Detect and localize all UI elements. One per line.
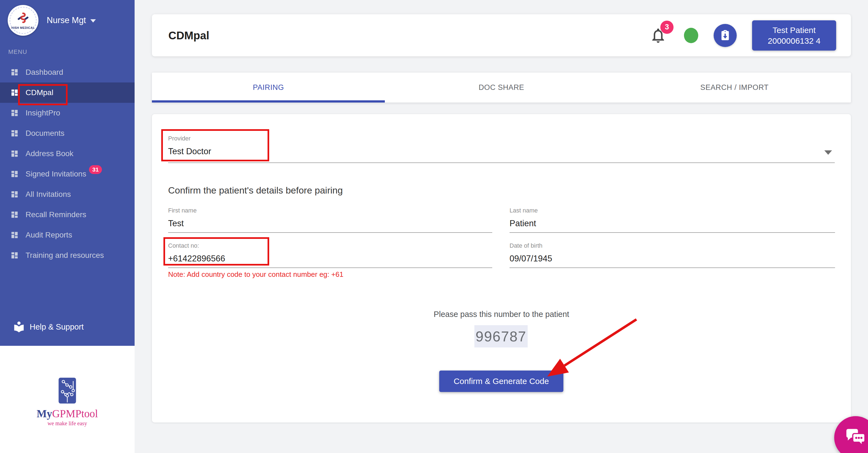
logo-ring — [10, 7, 36, 34]
sidebar-item-label: Dashboard — [26, 68, 63, 77]
last-name-field[interactable]: Last name Patient — [509, 207, 835, 233]
sidebar-item-documents[interactable]: Documents — [0, 123, 134, 143]
patient-button[interactable]: Test Patient 2000006132 4 — [752, 20, 836, 51]
sidebar-item-address-book[interactable]: Address Book — [0, 143, 134, 164]
last-name-value: Patient — [509, 219, 835, 228]
annotation-box-provider — [161, 129, 269, 161]
sidebar-item-all-invitations[interactable]: All Invitations — [0, 184, 134, 204]
sidebar-item-label: InsightPro — [26, 109, 60, 117]
notifications-badge: 3 — [660, 21, 674, 34]
sidebar-item-label: All Invitations — [26, 190, 71, 199]
header-actions: 3 Test Patient 2000006132 4 — [649, 14, 836, 56]
sidebar-item-audit-reports[interactable]: Audit Reports — [0, 225, 134, 245]
sidebar-item-label: Documents — [26, 129, 65, 138]
mygpmptool-tagline: we make life easy — [48, 420, 87, 427]
notifications-button[interactable]: 3 — [649, 27, 667, 44]
provider-underline — [168, 163, 835, 163]
tab-pairing[interactable]: PAIRING — [152, 73, 385, 103]
dashboard-icon — [10, 129, 19, 137]
dob-field[interactable]: Date of birth 09/07/1945 — [509, 242, 835, 268]
practice-switcher[interactable]: Nurse Mgt — [47, 16, 96, 25]
sidebar-item-training-and-resources[interactable]: Training and resources — [0, 245, 134, 265]
clipboard-download-icon — [719, 29, 732, 42]
chevron-down-icon — [90, 19, 96, 23]
annotation-box-contact — [163, 237, 269, 265]
confirm-generate-button[interactable]: Confirm & Generate Code — [439, 371, 563, 392]
first-name-value: Test — [168, 219, 492, 228]
dashboard-icon — [10, 109, 19, 117]
sidebar: NISH MEDICAL Nurse Mgt MENU Dashboard CD… — [0, 0, 134, 346]
mygpmptool-wordmark: MyGPMPtool — [36, 407, 98, 420]
last-name-label: Last name — [509, 207, 835, 214]
dashboard-icon — [10, 251, 19, 259]
chat-bubbles-icon — [845, 427, 867, 449]
last-name-underline — [509, 232, 835, 233]
practice-name: Nurse Mgt — [47, 16, 86, 25]
sidebar-item-label: Audit Reports — [26, 231, 72, 239]
code-caption: Please pass this number to the patient — [152, 310, 851, 319]
book-reader-icon — [12, 320, 25, 333]
sidebar-item-recall-reminders[interactable]: Recall Reminders — [0, 204, 134, 225]
dob-underline — [509, 267, 835, 268]
sidebar-item-dashboard[interactable]: Dashboard — [0, 62, 134, 82]
mygpmptool-logo — [59, 378, 76, 403]
dashboard-icon — [10, 88, 19, 97]
annotation-box-cdmpal — [18, 84, 68, 105]
confirm-heading: Confirm the patient's details before pai… — [168, 185, 343, 196]
dashboard-icon — [10, 190, 19, 198]
online-status-dot — [684, 28, 698, 43]
app-screen: NISH MEDICAL Nurse Mgt MENU Dashboard CD… — [0, 0, 868, 453]
help-support-label: Help & Support — [30, 322, 84, 332]
sidebar-item-signed-invitations[interactable]: Signed Invitations 31 — [0, 164, 134, 184]
dashboard-icon — [10, 170, 19, 178]
dob-label: Date of birth — [509, 242, 835, 249]
sidebar-item-label: Address Book — [26, 149, 73, 158]
signed-invitations-badge: 31 — [89, 165, 102, 174]
sidebar-item-label: Training and resources — [26, 251, 104, 260]
sidebar-item-label: Recall Reminders — [26, 210, 86, 219]
patient-name: Test Patient — [773, 25, 816, 35]
tab-bar: PAIRING DOC SHARE SEARCH / IMPORT — [152, 73, 851, 103]
nish-medical-logo: NISH MEDICAL — [8, 5, 38, 36]
active-tab-indicator — [152, 100, 385, 103]
contact-underline — [168, 267, 492, 268]
patient-id: 2000006132 4 — [768, 35, 820, 46]
first-name-field[interactable]: First name Test — [168, 207, 492, 233]
select-arrow-icon — [824, 150, 832, 155]
dashboard-icon — [10, 149, 19, 158]
menu-section-label: MENU — [8, 48, 27, 56]
sidebar-footer: MyGPMPtool we make life easy — [0, 346, 134, 453]
pairing-code: 996787 — [474, 325, 528, 347]
dob-value: 09/07/1945 — [509, 254, 835, 264]
dashboard-icon — [10, 68, 19, 77]
tab-search-import[interactable]: SEARCH / IMPORT — [618, 73, 851, 103]
sidebar-item-label: Signed Invitations — [26, 170, 86, 178]
dashboard-icon — [10, 210, 19, 219]
tab-doc-share[interactable]: DOC SHARE — [385, 73, 618, 103]
sidebar-item-insightpro[interactable]: InsightPro — [0, 103, 134, 123]
country-code-note: Note: Add country code to your contact n… — [168, 270, 343, 279]
dashboard-icon — [10, 231, 19, 239]
first-name-label: First name — [168, 207, 492, 214]
clipboard-download-button[interactable] — [714, 24, 737, 47]
first-name-underline — [168, 232, 492, 233]
header-bar: CDMpal 3 Test Patient 20000 — [152, 14, 851, 56]
help-support-link[interactable]: Help & Support — [12, 320, 84, 333]
brand-area: NISH MEDICAL Nurse Mgt — [8, 5, 96, 36]
page-title: CDMpal — [168, 29, 209, 41]
